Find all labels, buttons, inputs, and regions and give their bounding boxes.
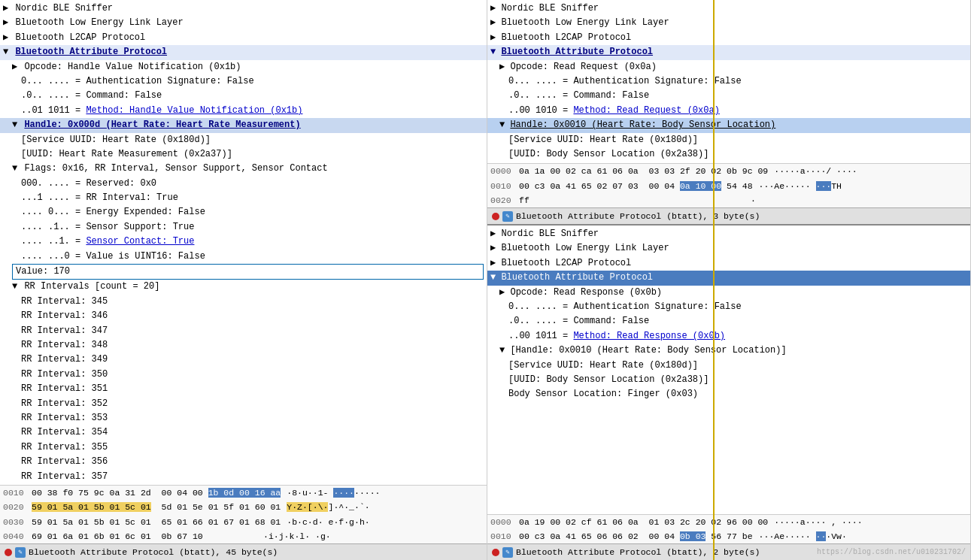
rt-svc-uuid: [Service UUID: Heart Rate (0x180d)] [487, 133, 970, 147]
rt-method[interactable]: ..00 1010 = Method: Read Request (0x0a) [487, 104, 970, 118]
rt-nordic[interactable]: ▶ Nordic BLE Sniffer [487, 2, 970, 16]
right-bottom-status: ✎ Bluetooth Attribute Protocol (btatt), … [487, 543, 970, 560]
hex-row-0020: 0020 59 01 5a 01 5b 01 5c 01 5d 01 5e 01… [0, 500, 487, 514]
rt-handle[interactable]: ▼ Handle: 0x0010 (Heart Rate: Body Senso… [487, 118, 970, 132]
left-tree-rr-349: RR Interval: 349 [0, 353, 487, 367]
left-tree-sensor-support: .... .1.. = Sensor Support: True [0, 220, 487, 235]
right-bottom-status-text: Bluetooth Attribute Protocol (btatt), 2 … [516, 547, 760, 557]
rt-hex-0010: 0010 00 c3 0a 41 65 02 07 03 00 04 0a 10… [487, 179, 970, 193]
left-tree-rr-356: RR Interval: 356 [0, 455, 487, 469]
right-bottom-tree[interactable]: ▶ Nordic BLE Sniffer ▶ Bluetooth Low Ene… [487, 226, 970, 513]
left-tree-rr-347: RR Interval: 347 [0, 324, 487, 338]
rt-att[interactable]: ▼ Bluetooth Attribute Protocol [487, 45, 970, 59]
rb-ble-link[interactable]: ▶ Bluetooth Low Energy Link Layer [487, 241, 970, 256]
left-tree-nordic[interactable]: ▶ Nordic BLE Sniffer [0, 2, 487, 16]
right-panel: ▶ Nordic BLE Sniffer ▶ Bluetooth Low Ene… [487, 0, 971, 560]
left-tree-rr-348: RR Interval: 348 [0, 338, 487, 353]
status-icon: ✎ [15, 547, 26, 558]
rb-uuid: [UUID: Body Sensor Location (0x2a38)] [487, 373, 970, 387]
left-tree-rr-352: RR Interval: 352 [0, 397, 487, 411]
rb-method[interactable]: ..00 1011 = Method: Read Response (0x0b) [487, 329, 970, 344]
left-tree-rr-interval-flag: ...1 .... = RR Interval: True [0, 191, 487, 205]
left-tree-ble-link[interactable]: ▶ Bluetooth Low Energy Link Layer [0, 16, 487, 30]
left-status-bar: ✎ Bluetooth Attribute Protocol (btatt), … [0, 543, 487, 560]
left-tree-l2cap[interactable]: ▶ Bluetooth L2CAP Protocol [0, 31, 487, 45]
left-tree-rr-345: RR Interval: 345 [0, 295, 487, 309]
hex-row-0040: 0040 69 01 6a 01 6b 01 6c 01 0b 67 10 ·i… [0, 529, 487, 543]
left-tree-uuid: [UUID: Heart Rate Measurement (0x2a37)] [0, 147, 487, 162]
rt-l2cap[interactable]: ▶ Bluetooth L2CAP Protocol [487, 31, 970, 45]
rb-handle[interactable]: ▼ [Handle: 0x0010 (Heart Rate: Body Sens… [487, 344, 970, 358]
left-panel: ▶ Nordic BLE Sniffer ▶ Bluetooth Low Ene… [0, 0, 487, 560]
rb-svc-uuid: [Service UUID: Heart Rate (0x180d)] [487, 359, 970, 373]
rb-status-icon: ✎ [502, 547, 513, 558]
rt-opcode[interactable]: ▶ Opcode: Read Request (0x0a) [487, 60, 970, 74]
rt-uuid: [UUID: Body Sensor Location (0x2a38)] [487, 147, 970, 162]
left-tree-method[interactable]: ..01 1011 = Method: Handle Value Notific… [0, 104, 487, 118]
rb-opcode[interactable]: ▶ Opcode: Read Response (0x0b) [487, 286, 970, 300]
left-tree-handle[interactable]: ▼ Handle: 0x000d (Heart Rate: Heart Rate… [0, 118, 487, 132]
left-tree-rr-intervals[interactable]: ▼ RR Intervals [count = 20] [0, 280, 487, 294]
rb-att[interactable]: ▼ Bluetooth Attribute Protocol [487, 271, 970, 285]
rb-body-loc: Body Sensor Location: Finger (0x03) [487, 387, 970, 401]
left-hex: 0010 00 38 f0 75 9c 0a 31 2d 00 04 00 1b… [0, 485, 487, 543]
rt-cmd: .0.. .... = Command: False [487, 89, 970, 103]
rt-hex-0000: 0000 0a 1a 00 02 ca 61 06 0a 03 03 2f 20… [487, 164, 970, 178]
watermark-text: https://blog.csdn.net/u010231702/ [817, 548, 966, 556]
left-tree-energy: .... 0... = Energy Expended: False [0, 205, 487, 219]
left-tree-att[interactable]: ▼ Bluetooth Attribute Protocol [0, 45, 487, 59]
right-top-status: ✎ Bluetooth Attribute Protocol (btatt), … [487, 207, 970, 224]
rb-auth: 0... .... = Authentication Signature: Fa… [487, 300, 970, 314]
status-dot [5, 549, 12, 556]
left-tree-auth-sig: 0... .... = Authentication Signature: Fa… [0, 74, 487, 89]
left-tree-svc-uuid: [Service UUID: Heart Rate (0x180d)] [0, 133, 487, 147]
rt-status-dot [492, 213, 499, 220]
left-tree-flags[interactable]: ▼ Flags: 0x16, RR Interval, Sensor Suppo… [0, 162, 487, 176]
right-top-hex: 0000 0a 1a 00 02 ca 61 06 0a 03 03 2f 20… [487, 163, 970, 207]
left-tree-reserved: 000. .... = Reserved: 0x0 [0, 177, 487, 191]
rb-l2cap[interactable]: ▶ Bluetooth L2CAP Protocol [487, 256, 970, 271]
left-status-text: Bluetooth Attribute Protocol (btatt), 45… [29, 547, 278, 557]
left-tree-sensor-contact[interactable]: .... ..1. = Sensor Contact: True [0, 235, 487, 249]
rt-hex-0020: 0020 ff · [487, 193, 970, 207]
left-tree-rr-346: RR Interval: 346 [0, 309, 487, 323]
rb-nordic[interactable]: ▶ Nordic BLE Sniffer [487, 227, 970, 241]
hex-row-0030: 0030 59 01 5a 01 5b 01 5c 01 65 01 66 01… [0, 515, 487, 529]
rt-status-icon: ✎ [502, 211, 513, 222]
rb-hex-0010: 0010 00 c3 0a 41 65 06 06 02 00 04 0b 03… [487, 529, 970, 543]
rb-cmd: .0.. .... = Command: False [487, 314, 970, 328]
left-tree-rr-354: RR Interval: 354 [0, 425, 487, 440]
left-tree-rr-355: RR Interval: 355 [0, 440, 487, 455]
right-bottom-hex: 0000 0a 19 00 02 cf 61 06 0a 01 03 2c 20… [487, 514, 970, 544]
left-tree-rr-350: RR Interval: 350 [0, 368, 487, 382]
left-tree-rr-357: RR Interval: 357 [0, 470, 487, 484]
hex-row-0010: 0010 00 38 f0 75 9c 0a 31 2d 00 04 00 1b… [0, 486, 487, 500]
rb-status-dot [492, 549, 499, 556]
left-tree-rr-353: RR Interval: 353 [0, 411, 487, 425]
left-tree-rr-351: RR Interval: 351 [0, 382, 487, 396]
right-top-tree[interactable]: ▶ Nordic BLE Sniffer ▶ Bluetooth Low Ene… [487, 0, 970, 163]
rb-hex-0000: 0000 0a 19 00 02 cf 61 06 0a 01 03 2c 20… [487, 515, 970, 529]
rt-auth: 0... .... = Authentication Signature: Fa… [487, 74, 970, 89]
rt-ble-link[interactable]: ▶ Bluetooth Low Energy Link Layer [487, 16, 970, 30]
left-tree-cmd: .0.. .... = Command: False [0, 89, 487, 103]
left-tree[interactable]: ▶ Nordic BLE Sniffer ▶ Bluetooth Low Ene… [0, 0, 487, 485]
left-tree-opcode[interactable]: ▶ Opcode: Handle Value Notification (0x1… [0, 60, 487, 74]
left-tree-value: Value: 170 [12, 264, 484, 280]
left-tree-uint16: .... ...0 = Value is UINT16: False [0, 250, 487, 264]
right-top-status-text: Bluetooth Attribute Protocol (btatt), 3 … [516, 211, 760, 221]
